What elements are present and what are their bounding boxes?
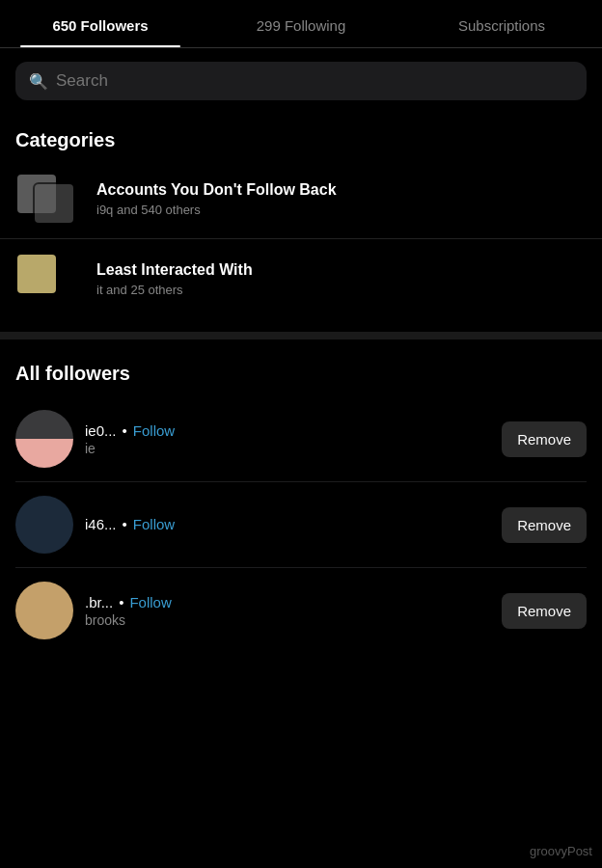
watermark: groovyPost: [530, 844, 592, 858]
category-sub: i9q and 540 others: [96, 203, 587, 217]
tab-followers[interactable]: 650 Followers: [0, 0, 201, 47]
follow-button[interactable]: Follow: [133, 422, 175, 439]
search-icon: 🔍: [29, 72, 48, 91]
remove-button[interactable]: Remove: [502, 507, 587, 543]
category-text: Accounts You Don't Follow Back i9q and 5…: [96, 181, 587, 217]
category-sub: it and 25 others: [96, 283, 587, 297]
all-followers-section: All followers ie0... • Follow ie Remove …: [0, 347, 602, 653]
category-name: Accounts You Don't Follow Back: [96, 181, 587, 199]
tab-bar: 650 Followers 299 Following Subscription…: [0, 0, 602, 48]
follower-item: .br... • Follow brooks Remove: [0, 568, 602, 653]
follower-realname: brooks: [85, 612, 490, 628]
follower-avatar: [15, 582, 73, 639]
categories-section: Categories Accounts You Don't Follow Bac…: [0, 114, 602, 324]
follow-button[interactable]: Follow: [129, 594, 171, 610]
remove-button[interactable]: Remove: [502, 593, 587, 629]
follower-item: i46... • Follow Remove: [0, 482, 602, 567]
search-bar[interactable]: 🔍: [15, 62, 587, 100]
divider: [0, 238, 602, 239]
follower-info: .br... • Follow brooks: [85, 594, 490, 628]
category-avatar-1: [15, 253, 58, 295]
category-avatars: [15, 253, 83, 305]
follower-info: i46... • Follow: [85, 516, 490, 534]
follower-item: ie0... • Follow ie Remove: [0, 396, 602, 481]
follower-username: ie0... • Follow: [85, 422, 490, 439]
category-text: Least Interacted With it and 25 others: [96, 261, 587, 297]
follower-info: ie0... • Follow ie: [85, 422, 490, 456]
follower-realname: ie: [85, 441, 490, 456]
follower-username: .br... • Follow: [85, 594, 490, 610]
search-input[interactable]: [56, 71, 573, 91]
remove-button[interactable]: Remove: [502, 421, 587, 457]
search-container: 🔍: [0, 48, 602, 114]
section-divider: [0, 332, 602, 339]
category-list: Accounts You Don't Follow Back i9q and 5…: [0, 163, 602, 324]
category-name: Least Interacted With: [96, 261, 587, 279]
tab-following[interactable]: 299 Following: [201, 0, 401, 47]
follow-button[interactable]: Follow: [133, 516, 175, 532]
category-avatar-2: [33, 182, 75, 225]
category-avatars: [15, 173, 83, 225]
follower-username: i46... • Follow: [85, 516, 490, 532]
follower-avatar: [15, 410, 73, 468]
category-item[interactable]: Accounts You Don't Follow Back i9q and 5…: [0, 163, 602, 234]
tab-subscriptions[interactable]: Subscriptions: [401, 0, 602, 47]
all-followers-title: All followers: [0, 347, 602, 396]
follower-avatar: [15, 496, 73, 554]
categories-title: Categories: [0, 114, 602, 163]
category-item[interactable]: Least Interacted With it and 25 others: [0, 243, 602, 314]
